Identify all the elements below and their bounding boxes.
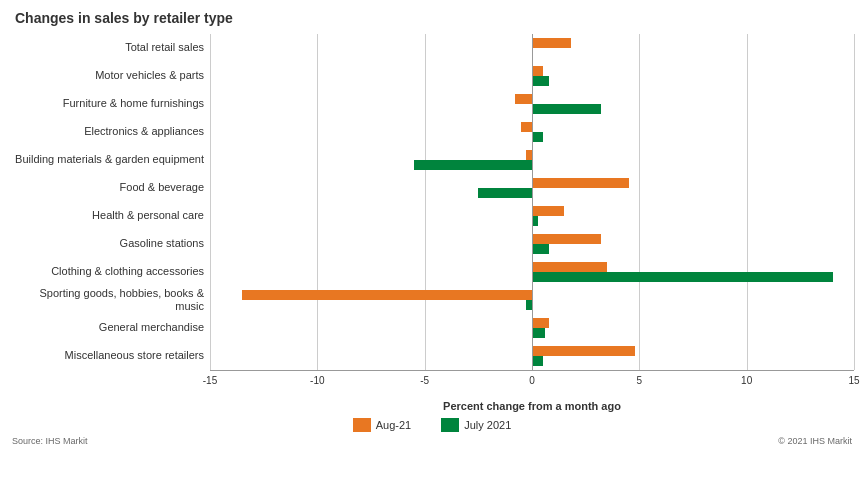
- bar-aug: [532, 262, 607, 272]
- bar-row: [210, 174, 854, 202]
- bar-aug: [532, 178, 629, 188]
- bar-row: [210, 34, 854, 62]
- y-label: Gasoline stations: [10, 230, 210, 258]
- bar-july: [532, 356, 543, 366]
- bar-july: [532, 272, 833, 282]
- x-tick-label: 5: [637, 375, 643, 386]
- bar-july: [532, 104, 601, 114]
- y-label: Total retail sales: [10, 34, 210, 62]
- legend: Aug-21 July 2021: [10, 418, 854, 432]
- bar-row: [210, 202, 854, 230]
- x-tick-label: 10: [741, 375, 752, 386]
- july-label: July 2021: [464, 419, 511, 431]
- source-text: Source: IHS Markit: [12, 436, 88, 446]
- bar-row: [210, 286, 854, 314]
- y-label: Motor vehicles & parts: [10, 62, 210, 90]
- bar-row: [210, 230, 854, 258]
- july-swatch: [441, 418, 459, 432]
- chart-container: Changes in sales by retailer type Total …: [0, 0, 864, 500]
- y-label: Health & personal care: [10, 202, 210, 230]
- bar-aug: [532, 38, 571, 48]
- bar-july: [414, 160, 532, 170]
- y-label: Miscellaneous store retailers: [10, 342, 210, 370]
- y-label: General merchandise: [10, 314, 210, 342]
- y-label: Clothing & clothing accessories: [10, 258, 210, 286]
- bar-aug: [242, 290, 532, 300]
- bar-row: [210, 342, 854, 370]
- bar-aug: [532, 318, 549, 328]
- bars-section: -15-10-5051015: [210, 34, 854, 398]
- chart-area: Total retail salesMotor vehicles & parts…: [10, 34, 854, 398]
- bar-aug: [532, 66, 543, 76]
- bar-row: [210, 118, 854, 146]
- chart-title: Changes in sales by retailer type: [10, 10, 854, 26]
- x-tick-label: -10: [310, 375, 324, 386]
- x-axis: -15-10-5051015: [210, 370, 854, 398]
- bar-aug: [532, 346, 635, 356]
- gridline: [854, 34, 855, 370]
- y-label: Furniture & home furnishings: [10, 90, 210, 118]
- y-label: Food & beverage: [10, 174, 210, 202]
- aug-swatch: [353, 418, 371, 432]
- bar-row: [210, 146, 854, 174]
- bar-row: [210, 258, 854, 286]
- y-label: Electronics & appliances: [10, 118, 210, 146]
- aug-label: Aug-21: [376, 419, 411, 431]
- x-tick-label: 0: [529, 375, 535, 386]
- y-axis-labels: Total retail salesMotor vehicles & parts…: [10, 34, 210, 398]
- x-tick-label: -5: [420, 375, 429, 386]
- bar-row: [210, 90, 854, 118]
- x-tick-label: -15: [203, 375, 217, 386]
- y-label: Building materials & garden equipment: [10, 146, 210, 174]
- bar-july: [532, 132, 543, 142]
- bar-row: [210, 62, 854, 90]
- bar-row: [210, 314, 854, 342]
- x-tick-label: 15: [848, 375, 859, 386]
- bar-aug: [515, 94, 532, 104]
- bar-aug: [532, 206, 564, 216]
- bar-july: [532, 76, 549, 86]
- x-axis-title: Percent change from a month ago: [210, 400, 854, 412]
- y-label: Sporting goods, hobbies, books & music: [10, 286, 210, 314]
- bar-july: [532, 244, 549, 254]
- copyright-text: © 2021 IHS Markit: [778, 436, 852, 446]
- bars-container: [210, 34, 854, 370]
- legend-aug: Aug-21: [353, 418, 411, 432]
- bar-aug: [532, 234, 601, 244]
- bar-july: [532, 328, 545, 338]
- bar-july: [478, 188, 532, 198]
- bar-july: [532, 216, 538, 226]
- source-line: Source: IHS Markit © 2021 IHS Markit: [10, 436, 854, 446]
- bar-aug: [521, 122, 532, 132]
- legend-july: July 2021: [441, 418, 511, 432]
- bar-july: [526, 300, 532, 310]
- bar-aug: [526, 150, 532, 160]
